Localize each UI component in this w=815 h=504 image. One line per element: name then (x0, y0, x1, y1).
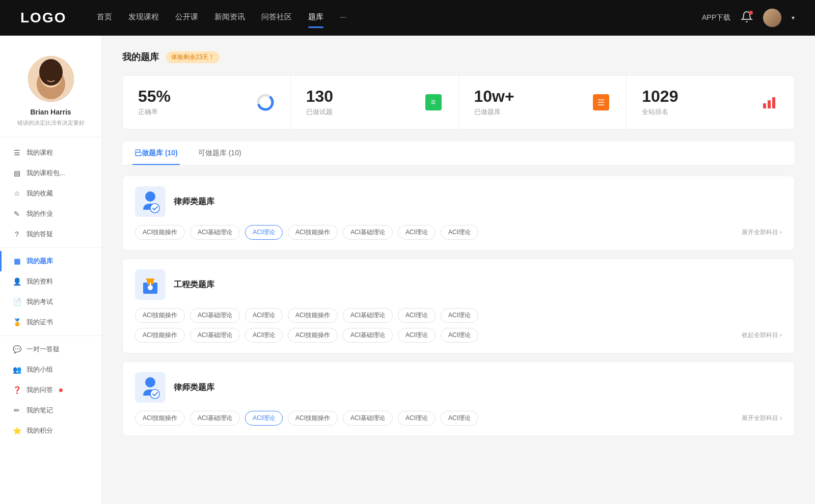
sidebar-item-tutor[interactable]: 💬 一对一答疑 (0, 339, 101, 359)
bar-chart-icon (762, 95, 776, 109)
nav-bell-button[interactable] (741, 11, 753, 25)
tag[interactable]: ACI基础理论 (190, 411, 240, 426)
sidebar-item-course[interactable]: ☰ 我的课程 (0, 143, 101, 163)
tag[interactable]: ACI基础理论 (343, 225, 393, 240)
stat-accuracy-label: 正确率 (138, 107, 248, 117)
stat-done-banks: 10w+ 已做题库 ☰ (459, 76, 627, 129)
lawyer-icon-2 (138, 375, 162, 400)
sidebar-item-points[interactable]: ⭐ 我的积分 (0, 421, 101, 441)
stat-done-questions: 130 已做试题 ≡ (291, 76, 459, 129)
package-icon: ▤ (12, 169, 21, 177)
tab-available-banks[interactable]: 可做题库 (10) (196, 142, 243, 165)
sidebar-item-bank-label: 我的题库 (26, 257, 53, 266)
tag[interactable]: ACI基础理论 (343, 411, 393, 426)
svg-point-18 (145, 377, 155, 387)
tag[interactable]: ACI理论 (398, 225, 436, 240)
tags-row-engineer-2: ACI技能操作 ACI基础理论 ACI理论 ACI技能操作 ACI基础理论 AC… (135, 328, 782, 343)
sidebar-item-tutor-label: 一对一答疑 (26, 345, 60, 354)
tag[interactable]: ACI技能操作 (288, 308, 338, 323)
stat-done-banks-value: 10w+ (474, 88, 584, 104)
nav-link-bank[interactable]: 题库 (308, 12, 323, 24)
tag[interactable]: ACI技能操作 (135, 308, 185, 323)
sidebar-item-exam[interactable]: 📄 我的考试 (0, 292, 101, 312)
engineer-icon (138, 272, 162, 297)
tag[interactable]: ACI基础理论 (343, 328, 393, 343)
expand-link-lawyer-1[interactable]: 展开全部科目 › (742, 228, 782, 237)
bank-section-lawyer-1: 律师类题库 ACI技能操作 ACI基础理论 ACI理论 ACI技能操作 ACI基… (122, 176, 795, 250)
stat-rank-value: 1029 (642, 88, 751, 104)
sidebar-menu: ☰ 我的课程 ▤ 我的课程包... ☆ 我的收藏 ✎ 我的作业 ? 我的答疑 ▦ (0, 143, 101, 441)
nav-links: 首页 发现课程 公开课 新闻资讯 问答社区 题库 ··· (97, 12, 702, 24)
sidebar-item-qa-label: 我的问答 (26, 385, 53, 395)
tag[interactable]: ACI基础理论 (343, 308, 393, 323)
tag[interactable]: ACI技能操作 (135, 225, 185, 240)
qa-notification-dot (59, 388, 63, 392)
page-layout: Brian Harris 错误的决定比没有决定要好 ☰ 我的课程 ▤ 我的课程包… (0, 36, 815, 504)
nav-link-home[interactable]: 首页 (97, 12, 112, 24)
sidebar-item-profile[interactable]: 👤 我的资料 (0, 271, 101, 292)
nav-dropdown-arrow[interactable]: ▾ (792, 14, 795, 21)
tag[interactable]: ACI基础理论 (190, 328, 240, 343)
tag[interactable]: ACI理论 (441, 225, 478, 240)
sidebar-item-notes[interactable]: ✏ 我的笔记 (0, 400, 101, 421)
svg-point-4 (44, 74, 47, 77)
svg-rect-15 (146, 278, 154, 281)
nav-logo: LOGO (20, 10, 66, 26)
avatar-svg (28, 56, 74, 102)
tag[interactable]: ACI理论 (441, 411, 478, 426)
expand-link-lawyer-2[interactable]: 展开全部科目 › (742, 414, 782, 423)
bank-title-lawyer-2: 律师类题库 (174, 382, 214, 393)
tag[interactable]: ACI理论 (441, 308, 478, 323)
tag[interactable]: ACI理论 (398, 411, 436, 426)
tag[interactable]: ACI技能操作 (135, 328, 185, 343)
sidebar-item-favorites[interactable]: ☆ 我的收藏 (0, 183, 101, 204)
nav-link-qa[interactable]: 问答社区 (261, 12, 292, 24)
sidebar-item-notes-label: 我的笔记 (26, 406, 53, 415)
sidebar-item-cert[interactable]: 🏅 我的证书 (0, 312, 101, 332)
sidebar-item-cert-label: 我的证书 (26, 318, 53, 327)
stat-accuracy-icon (256, 93, 275, 112)
tabs-row: 已做题库 (10) 可做题库 (10) (122, 142, 795, 165)
donut-chart (256, 93, 275, 112)
stat-rank-icon (759, 93, 779, 112)
bank-title-engineer: 工程类题库 (174, 279, 214, 290)
cert-icon: 🏅 (12, 318, 21, 326)
nav-link-more[interactable]: ··· (340, 12, 346, 24)
tag[interactable]: ACI技能操作 (288, 225, 338, 240)
sidebar-item-bank[interactable]: ▦ 我的题库 (0, 251, 101, 271)
sidebar-item-homework[interactable]: ✎ 我的作业 (0, 204, 101, 224)
tag[interactable]: ACI理论 (245, 308, 283, 323)
sidebar-item-group[interactable]: 👥 我的小组 (0, 359, 101, 380)
sidebar-item-profile-label: 我的资料 (26, 277, 53, 286)
nav-link-news[interactable]: 新闻资讯 (214, 12, 245, 24)
red-chart-icon (761, 94, 777, 110)
tab-done-banks[interactable]: 已做题库 (10) (132, 142, 180, 165)
tag[interactable]: ACI理论 (398, 328, 436, 343)
bank-icon-lawyer-2 (135, 372, 166, 403)
collapse-link-engineer[interactable]: 收起全部科目 › (742, 331, 782, 340)
tag[interactable]: ACI技能操作 (135, 411, 185, 426)
bank-header-lawyer-2: 律师类题库 (135, 372, 782, 403)
tag-selected[interactable]: ACI理论 (245, 225, 283, 240)
nav-link-discover[interactable]: 发现课程 (128, 12, 159, 24)
stat-rank-label: 全站排名 (642, 107, 751, 117)
bank-icon: ▦ (12, 257, 21, 265)
avatar-face (28, 56, 74, 102)
orange-chart-icon: ☰ (593, 94, 609, 110)
tag[interactable]: ACI基础理论 (190, 308, 240, 323)
tag[interactable]: ACI理论 (245, 328, 283, 343)
nav-app-download[interactable]: APP下载 (702, 13, 730, 22)
nav-link-open[interactable]: 公开课 (175, 12, 198, 24)
tag[interactable]: ACI理论 (441, 328, 478, 343)
sidebar-item-qa[interactable]: ❓ 我的问答 (0, 380, 101, 400)
bank-icon-lawyer-1 (135, 186, 166, 217)
tag-selected[interactable]: ACI理论 (245, 411, 283, 426)
sidebar-item-package[interactable]: ▤ 我的课程包... (0, 163, 101, 183)
tag[interactable]: ACI技能操作 (288, 411, 338, 426)
tag[interactable]: ACI基础理论 (190, 225, 240, 240)
lawyer-icon (138, 189, 162, 214)
tag[interactable]: ACI理论 (398, 308, 436, 323)
sidebar-item-questions[interactable]: ? 我的答疑 (0, 224, 101, 244)
nav-avatar[interactable] (763, 9, 781, 27)
tag[interactable]: ACI技能操作 (288, 328, 338, 343)
